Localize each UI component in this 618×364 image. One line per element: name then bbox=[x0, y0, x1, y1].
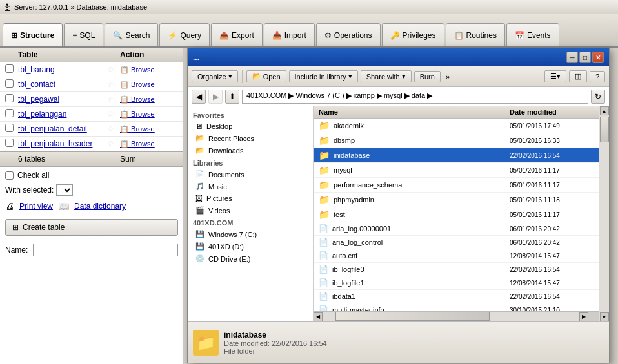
nav-item-win7c[interactable]: 💾 Windows 7 (C:) bbox=[188, 228, 313, 240]
view-toggle-button[interactable]: ☰▾ bbox=[544, 70, 566, 82]
address-path[interactable]: 401XD.COM ▶ Windows 7 (C:) ▶ xampp ▶ mys… bbox=[242, 90, 588, 104]
forward-button[interactable]: ▶ bbox=[208, 90, 223, 104]
table-name-tbl_barang[interactable]: tbl_barang bbox=[18, 65, 107, 74]
file-item-aria_log1[interactable]: 📄aria_log.00000001 06/01/2016 20:42 bbox=[314, 222, 599, 236]
nav-item-401d[interactable]: 💾 401XD (D:) bbox=[188, 240, 313, 253]
file-item-ib_logfile1[interactable]: 📄ib_logfile1 12/08/2014 15:47 bbox=[314, 276, 599, 290]
table-name-tbl_contact[interactable]: tbl_contact bbox=[18, 80, 107, 89]
tab-query[interactable]: ⚡ Query bbox=[159, 23, 210, 46]
tab-operations[interactable]: ⚙ Operations bbox=[316, 23, 381, 46]
row-checkbox-tbl_barang[interactable] bbox=[5, 64, 14, 73]
top-bar-title: Server: 127.0.0.1 » Database: inidatabas… bbox=[14, 3, 147, 11]
nav-item-desktop[interactable]: 🖥 Desktop bbox=[188, 120, 313, 132]
scroll-left-arrow[interactable]: ◀ bbox=[314, 312, 323, 321]
file-item-dbsmp[interactable]: 📁dbsmp 05/01/2016 16:33 bbox=[314, 133, 599, 148]
tab-routines[interactable]: 📋 Routines bbox=[446, 23, 505, 46]
up-button[interactable]: ⬆ bbox=[225, 90, 239, 104]
browse-link-tbl_pegawai[interactable]: 📋 Browse bbox=[120, 95, 155, 103]
file-item-multi_master[interactable]: 📄multi-master.info 30/10/2015 21:10 bbox=[314, 303, 599, 311]
tab-search[interactable]: 🔍 Search bbox=[105, 23, 158, 46]
row-checkbox-tbl_pelanggan[interactable] bbox=[5, 109, 14, 117]
row-checkbox-tbl_contact[interactable] bbox=[5, 79, 14, 88]
file-item-ib_logfile0[interactable]: 📄ib_logfile0 22/02/2016 16:54 bbox=[314, 263, 599, 276]
file-item-phpmyadmin[interactable]: 📁phpmyadmin 05/01/2016 11:18 bbox=[314, 193, 599, 207]
name-col-header[interactable]: Name bbox=[319, 108, 510, 116]
table-name-tbl_penjualan_header[interactable]: tbl_penjualan_header bbox=[18, 139, 107, 148]
data-dictionary-link[interactable]: Data dictionary bbox=[74, 202, 126, 211]
file-item-aria_log_control[interactable]: 📄aria_log_control 06/01/2016 20:42 bbox=[314, 236, 599, 249]
star-icon-tbl_penjualan_header[interactable]: ☆ bbox=[107, 139, 114, 148]
date-col-header[interactable]: Date modified bbox=[510, 108, 593, 116]
scroll-thumb[interactable] bbox=[335, 312, 490, 321]
file-item-inidatabase[interactable]: 📁inidatabase 22/02/2016 16:54 bbox=[314, 148, 599, 163]
star-icon-tbl_penjualan_detail[interactable]: ☆ bbox=[107, 124, 114, 133]
toolbar-more-button[interactable]: » bbox=[443, 72, 452, 82]
browse-link-tbl_penjualan_header[interactable]: 📋 Browse bbox=[120, 140, 155, 148]
star-icon-tbl_pegawai[interactable]: ☆ bbox=[107, 95, 114, 104]
organize-button[interactable]: Organize ▾ bbox=[192, 70, 238, 82]
folder-icon: 📁 bbox=[319, 135, 330, 146]
tab-sql[interactable]: ≡ SQL bbox=[64, 23, 103, 46]
help-button[interactable]: ? bbox=[590, 71, 605, 82]
nav-item-recent[interactable]: 📂 Recent Places bbox=[188, 132, 313, 144]
folder-icon: 📁 bbox=[319, 209, 330, 220]
table-name-input[interactable] bbox=[33, 244, 178, 256]
browse-link-tbl_pelanggan[interactable]: 📋 Browse bbox=[120, 110, 155, 118]
nav-item-cddrive[interactable]: 💿 CD Drive (E:) bbox=[188, 253, 313, 265]
table-name-tbl_pegawai[interactable]: tbl_pegawai bbox=[18, 95, 107, 104]
horizontal-scrollbar[interactable]: ◀ ▶ bbox=[314, 311, 599, 321]
tab-export[interactable]: 📤 Export bbox=[211, 23, 263, 46]
scroll-corner bbox=[588, 312, 599, 322]
table-name-tbl_pelanggan[interactable]: tbl_pelanggan bbox=[18, 110, 107, 119]
star-icon-tbl_pelanggan[interactable]: ☆ bbox=[107, 110, 114, 119]
vertical-scrollbar[interactable]: ▲ ▼ bbox=[599, 106, 609, 321]
burn-button[interactable]: Burn bbox=[414, 71, 441, 82]
sql-icon: ≡ bbox=[72, 31, 77, 40]
minimize-button[interactable]: ─ bbox=[566, 52, 578, 63]
file-item-ibdata1[interactable]: 📄ibdata1 22/02/2016 16:54 bbox=[314, 290, 599, 303]
file-item-test[interactable]: 📁test 05/01/2016 11:17 bbox=[314, 207, 599, 222]
browse-link-tbl_penjualan_detail[interactable]: 📋 Browse bbox=[120, 125, 155, 133]
nav-item-downloads[interactable]: 📂 Downloads bbox=[188, 144, 313, 157]
row-checkbox-tbl_penjualan_header[interactable] bbox=[5, 139, 14, 147]
nav-item-pictures[interactable]: 🖼 Pictures bbox=[188, 193, 313, 204]
file-item-auto_cnf[interactable]: 📄auto.cnf 12/08/2014 15:47 bbox=[314, 249, 599, 263]
scroll-track[interactable] bbox=[323, 312, 579, 321]
print-link[interactable]: Print view bbox=[19, 202, 53, 211]
footer-type: File folder bbox=[224, 347, 604, 355]
tab-privileges[interactable]: 🔑 Privileges bbox=[382, 23, 444, 46]
browse-link-tbl_contact[interactable]: 📋 Browse bbox=[120, 81, 155, 88]
tab-structure[interactable]: ⊞ Structure bbox=[3, 23, 63, 46]
file-item-performance_schema[interactable]: 📁performance_schema 05/01/2016 11:17 bbox=[314, 178, 599, 193]
share-with-button[interactable]: Share with ▾ bbox=[361, 70, 412, 82]
browse-link-tbl_barang[interactable]: 📋 Browse bbox=[120, 66, 155, 73]
documents-icon: 📄 bbox=[195, 170, 204, 178]
scroll-down-arrow[interactable]: ▼ bbox=[600, 312, 609, 321]
include-library-button[interactable]: Include in library ▾ bbox=[289, 70, 358, 82]
check-all-checkbox[interactable] bbox=[5, 171, 14, 180]
scroll-up-arrow[interactable]: ▲ bbox=[600, 106, 609, 115]
file-item-mysql[interactable]: 📁mysql 05/01/2016 11:17 bbox=[314, 163, 599, 178]
star-icon-tbl_contact[interactable]: ☆ bbox=[107, 80, 114, 89]
open-button[interactable]: 📂 Open bbox=[246, 70, 286, 82]
file-item-akademik[interactable]: 📁akademik 05/01/2016 17:49 bbox=[314, 119, 599, 133]
back-button[interactable]: ◀ bbox=[192, 90, 206, 104]
nav-item-videos[interactable]: 🎬 Videos bbox=[188, 204, 313, 216]
name-label: Name: bbox=[5, 245, 28, 254]
with-selected-dropdown[interactable] bbox=[56, 184, 73, 196]
table-name-tbl_penjualan_detail[interactable]: tbl_penjualan_detail bbox=[18, 124, 107, 133]
row-checkbox-tbl_pegawai[interactable] bbox=[5, 94, 14, 102]
refresh-button[interactable]: ↻ bbox=[591, 90, 605, 104]
preview-pane-button[interactable]: ◫ bbox=[569, 70, 587, 82]
nav-item-documents[interactable]: 📄 Documents bbox=[188, 168, 313, 180]
row-checkbox-tbl_penjualan_detail[interactable] bbox=[5, 124, 14, 132]
close-button[interactable]: ✕ bbox=[592, 52, 604, 63]
tab-events[interactable]: 📅 Events bbox=[506, 23, 559, 46]
tab-import[interactable]: 📥 Import bbox=[264, 23, 315, 46]
restore-button[interactable]: □ bbox=[579, 52, 591, 63]
star-icon-tbl_barang[interactable]: ☆ bbox=[107, 65, 114, 74]
scroll-thumb-vert[interactable] bbox=[600, 117, 609, 142]
create-table-button[interactable]: ⊞ Create table bbox=[5, 219, 178, 236]
scroll-right-arrow[interactable]: ▶ bbox=[579, 312, 588, 321]
nav-item-music[interactable]: 🎵 Music bbox=[188, 180, 313, 193]
